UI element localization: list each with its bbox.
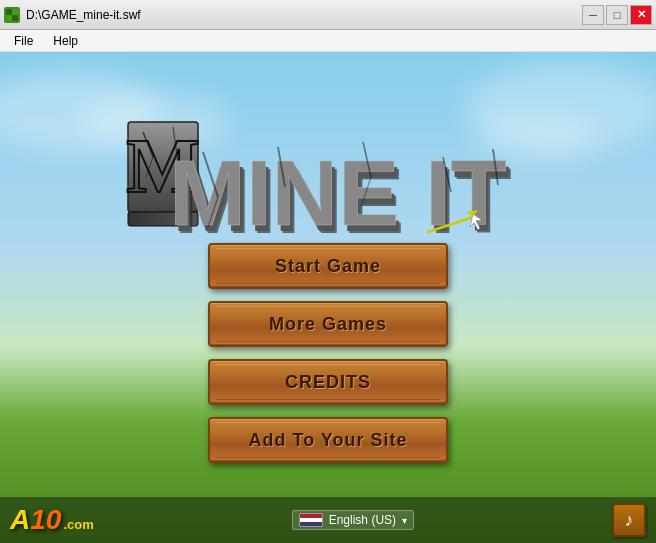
window-title: D:\GAME_mine-it.swf	[26, 8, 141, 22]
svg-rect-1	[12, 9, 18, 15]
game-area: M MINE IT MINE IT MINE IT MINE IT	[0, 52, 656, 543]
bottom-bar: A 10 .com English (US) ▾ ♪	[0, 497, 656, 543]
minimize-button[interactable]: ─	[582, 5, 604, 25]
app-icon	[4, 7, 20, 23]
svg-rect-2	[6, 15, 12, 21]
game-menu-buttons: Start Game More Games CREDITS Add To You…	[208, 243, 448, 463]
menu-help[interactable]: Help	[45, 32, 86, 50]
window-controls: ─ □ ✕	[582, 5, 652, 25]
music-button[interactable]: ♪	[612, 503, 646, 537]
menu-bar: File Help	[0, 30, 656, 52]
title-bar: D:\GAME_mine-it.swf ─ □ ✕	[0, 0, 656, 30]
close-button[interactable]: ✕	[630, 5, 652, 25]
a10-number: 10	[30, 504, 61, 536]
music-note-icon: ♪	[625, 510, 634, 531]
maximize-button[interactable]: □	[606, 5, 628, 25]
us-flag-icon	[299, 513, 323, 527]
a10-dot-com: .com	[63, 517, 93, 532]
a10-letter-a: A	[10, 504, 30, 536]
more-games-button[interactable]: More Games	[208, 301, 448, 347]
svg-rect-3	[12, 15, 18, 21]
title-bar-left: D:\GAME_mine-it.swf	[4, 7, 141, 23]
language-label: English (US)	[329, 513, 396, 527]
svg-rect-0	[6, 9, 12, 15]
language-selector[interactable]: English (US) ▾	[292, 510, 414, 530]
a10-logo[interactable]: A 10 .com	[10, 504, 94, 536]
game-logo: M MINE IT MINE IT MINE IT MINE IT	[118, 102, 538, 252]
language-dropdown-arrow: ▾	[402, 515, 407, 526]
add-to-site-button[interactable]: Add To Your Site	[208, 417, 448, 463]
menu-file[interactable]: File	[6, 32, 41, 50]
credits-button[interactable]: CREDITS	[208, 359, 448, 405]
svg-text:MINE IT: MINE IT	[169, 142, 506, 244]
start-game-button[interactable]: Start Game	[208, 243, 448, 289]
